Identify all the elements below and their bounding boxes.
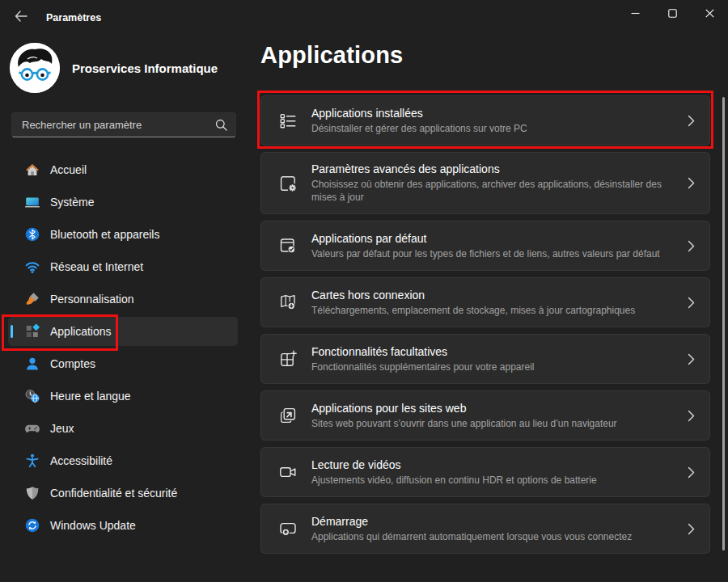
card-description: Valeurs par défaut pour les types de fic… — [311, 247, 660, 260]
selected-accent-pill — [11, 325, 13, 338]
shield-icon — [24, 485, 40, 501]
maximize-button[interactable] — [654, 0, 691, 26]
sidebar-item-label: Comptes — [50, 357, 95, 370]
card-applications-par-defaut[interactable]: Applications par défaut Valeurs par défa… — [260, 221, 710, 271]
sidebar-item-label: Réseau et Internet — [50, 260, 143, 273]
card-demarrage[interactable]: Démarrage Applications qui démarrent aut… — [260, 504, 710, 554]
wifi-icon — [24, 259, 40, 275]
chevron-right-icon — [688, 240, 695, 252]
apps-list-icon — [277, 111, 298, 130]
update-icon — [24, 517, 40, 534]
chevron-right-icon — [688, 523, 695, 535]
accessibility-icon — [24, 453, 40, 469]
sidebar-item-reseau[interactable]: Réseau et Internet — [8, 252, 238, 281]
sidebar-item-personnalisation[interactable]: Personnalisation — [8, 285, 238, 314]
settings-window: Paramètres — [0, 0, 728, 582]
sidebar-item-label: Accueil — [50, 163, 87, 176]
card-title: Fonctionnalités facultatives — [311, 345, 535, 358]
grid-plus-icon — [277, 349, 298, 369]
sidebar-item-heure-langue[interactable]: Heure et langue — [8, 382, 238, 411]
close-button[interactable] — [691, 0, 728, 26]
sidebar-item-windows-update[interactable]: Windows Update — [8, 511, 238, 540]
profile-name: Proservices Informatique — [72, 61, 218, 75]
maximize-icon — [668, 9, 677, 18]
profile-section[interactable]: Proservices Informatique — [10, 43, 218, 93]
chevron-right-icon — [688, 177, 695, 189]
video-camera-icon — [277, 462, 298, 482]
window-title: Paramètres — [46, 12, 101, 23]
card-title: Applications pour les sites web — [311, 402, 617, 415]
card-applications-sites-web[interactable]: Applications pour les sites web Sites we… — [260, 390, 710, 441]
sidebar-item-accessibilite[interactable]: Accessibilité — [8, 446, 238, 475]
vertical-scrollbar[interactable] — [722, 97, 725, 550]
back-arrow-icon — [15, 11, 28, 22]
card-title: Applications installées — [311, 107, 527, 120]
sidebar-item-comptes[interactable]: Comptes — [8, 349, 238, 378]
search-input[interactable] — [12, 119, 215, 131]
sidebar-item-applications[interactable]: Applications — [8, 317, 238, 346]
card-description: Téléchargements, emplacement de stockage… — [311, 304, 635, 317]
back-button[interactable] — [6, 5, 36, 27]
minimize-icon — [631, 9, 640, 18]
search-icon — [215, 119, 227, 131]
clock-globe-icon — [24, 388, 40, 404]
external-link-icon — [277, 406, 298, 425]
card-parametres-avances[interactable]: Paramètres avancés des applications Choi… — [260, 152, 710, 214]
search-box[interactable] — [11, 112, 236, 137]
avatar — [10, 43, 60, 93]
gamepad-icon — [24, 420, 40, 436]
sidebar-item-jeux[interactable]: Jeux — [8, 414, 238, 443]
card-applications-installees[interactable]: Applications installées Désinstaller et … — [260, 95, 710, 146]
app-gear-icon — [277, 174, 298, 193]
sidebar-item-label: Heure et langue — [50, 390, 131, 403]
card-title: Cartes hors connexion — [311, 289, 635, 302]
sidebar-nav: Accueil Système — [8, 155, 238, 543]
sidebar-item-label: Bluetooth et appareils — [50, 228, 159, 241]
card-title: Lecture de vidéos — [311, 458, 597, 471]
card-fonctionnalites-facultatives[interactable]: Fonctionnalités facultatives Fonctionnal… — [260, 334, 710, 384]
card-description: Fonctionnalités supplémentaires pour vot… — [311, 361, 535, 373]
settings-card-list: Applications installées Désinstaller et … — [260, 95, 710, 554]
chevron-right-icon — [688, 297, 695, 309]
sidebar-item-label: Personnalisation — [50, 293, 134, 306]
sidebar-item-label: Jeux — [50, 422, 74, 435]
sidebar-item-bluetooth[interactable]: Bluetooth et appareils — [8, 220, 238, 249]
sidebar-item-confidentialite[interactable]: Confidentialité et sécurité — [8, 479, 238, 508]
card-title: Applications par défaut — [311, 232, 660, 245]
chevron-right-icon — [688, 115, 695, 127]
sidebar-item-label: Applications — [50, 325, 112, 338]
sidebar-item-label: Système — [50, 196, 94, 209]
card-cartes-hors-connexion[interactable]: Cartes hors connexion Téléchargements, e… — [260, 277, 710, 327]
close-icon — [705, 9, 714, 18]
home-icon — [24, 162, 40, 178]
paintbrush-icon — [24, 291, 40, 307]
minimize-button[interactable] — [616, 0, 654, 26]
chevron-right-icon — [688, 353, 695, 365]
chevron-right-icon — [688, 466, 695, 479]
startup-icon — [277, 519, 298, 538]
chevron-right-icon — [688, 410, 695, 422]
card-description: Sites web pouvant s’ouvrir dans une appl… — [311, 417, 617, 430]
card-lecture-videos[interactable]: Lecture de vidéos Ajustements vidéo, dif… — [260, 447, 710, 497]
sidebar-item-label: Confidentialité et sécurité — [50, 487, 177, 500]
card-description: Choisissez où obtenir des applications, … — [311, 178, 678, 204]
sidebar-item-systeme[interactable]: Système — [8, 188, 238, 217]
app-check-icon — [277, 236, 298, 255]
apps-icon — [24, 323, 40, 340]
map-download-icon — [277, 293, 298, 312]
card-title: Démarrage — [311, 515, 632, 528]
page-title: Applications — [260, 42, 403, 69]
bluetooth-icon — [24, 226, 40, 242]
sidebar-item-accueil[interactable]: Accueil — [8, 155, 238, 184]
system-laptop-icon — [24, 194, 40, 210]
card-title: Paramètres avancés des applications — [311, 162, 678, 175]
card-description: Applications qui démarrent automatiqueme… — [311, 530, 632, 543]
titlebar: Paramètres — [0, 0, 728, 32]
card-description: Désinstaller et gérer des applications s… — [311, 122, 527, 135]
person-icon — [24, 356, 40, 372]
sidebar-item-label: Windows Update — [50, 519, 136, 532]
sidebar-item-label: Accessibilité — [50, 454, 112, 467]
card-description: Ajustements vidéo, diffusion en continu … — [311, 474, 597, 487]
